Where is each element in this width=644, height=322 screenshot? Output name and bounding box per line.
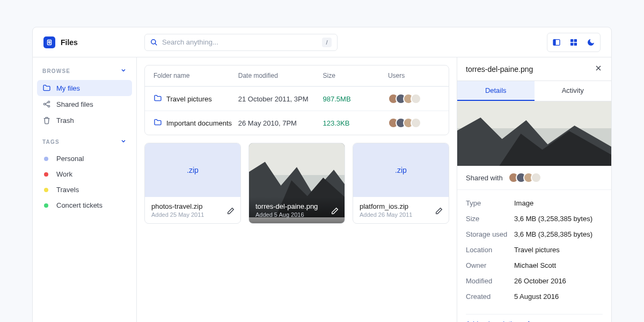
folder-users <box>388 93 440 104</box>
tag-item-work[interactable]: Work <box>37 166 132 182</box>
meta-value: 3,6 MB (3,258,385 bytes) <box>514 215 592 223</box>
search-bar[interactable]: / <box>144 34 338 51</box>
details-filename: torres-del-paine.png <box>466 65 533 74</box>
col-date-modified: Date modified <box>238 72 323 79</box>
browse-section-header[interactable]: BROWSE <box>37 65 132 77</box>
file-title: photos-travel.zip <box>151 202 234 210</box>
chevron-down-icon <box>120 138 127 145</box>
sidebar-item-label: My files <box>56 84 80 92</box>
grid-view-button[interactable] <box>567 35 581 49</box>
col-folder-name: Folder name <box>153 72 238 79</box>
meta-label: Owner <box>466 261 514 269</box>
svg-rect-4 <box>553 39 556 45</box>
table-row[interactable]: Important documents 26 May 2010, 7PM 123… <box>145 111 449 135</box>
details-tabs: Details Activity <box>457 80 611 101</box>
tag-dot <box>44 188 48 192</box>
meta-label: Size <box>466 215 514 223</box>
sidebar-item-shared-files[interactable]: Shared files <box>37 96 132 112</box>
sidebar-toggle-button[interactable] <box>550 35 564 49</box>
file-ext: .zip <box>395 166 407 174</box>
app-title: Files <box>61 38 78 47</box>
dark-mode-button[interactable] <box>584 35 598 49</box>
edit-icon[interactable] <box>226 207 235 217</box>
meta-label: Type <box>466 199 514 207</box>
tag-dot <box>44 203 48 208</box>
meta-value: 5 August 2016 <box>514 292 559 301</box>
folder-name: Important documents <box>166 119 232 127</box>
sidebar-item-label: Shared files <box>56 100 93 108</box>
file-card[interactable]: .zip photos-travel.zip Added 25 May 2011 <box>144 143 241 224</box>
meta-label: Location <box>466 246 514 254</box>
folder-date: 21 October 2011, 3PM <box>238 95 323 103</box>
sidebar-item-trash[interactable]: Trash <box>37 112 132 128</box>
sidebar-item-label: Trash <box>56 116 74 125</box>
meta-label: Storage used <box>466 230 514 238</box>
search-input[interactable] <box>162 38 318 46</box>
browse-label: BROWSE <box>42 68 70 74</box>
table-header: Folder name Date modified Size Users <box>145 65 449 86</box>
tag-dot <box>44 172 48 177</box>
meta-value: Image <box>514 199 533 207</box>
svg-rect-5 <box>570 39 573 42</box>
table-row[interactable]: Travel pictures 21 October 2011, 3PM 987… <box>145 86 449 111</box>
file-subtitle: Added 5 Aug 2016 <box>255 211 338 218</box>
shared-with-label: Shared with <box>466 174 503 182</box>
app-logo: Files <box>43 36 144 48</box>
tag-label: Personal <box>56 155 84 163</box>
tag-item-travels[interactable]: Travels <box>37 182 132 197</box>
meta-label: Created <box>466 292 514 301</box>
edit-icon[interactable] <box>331 207 339 217</box>
header: Files / <box>33 27 611 57</box>
tag-label: Concert tickets <box>56 201 103 209</box>
edit-icon[interactable] <box>435 207 443 217</box>
meta-value: 3,6 MB (3,258,385 bytes) <box>514 230 592 238</box>
file-ext: .zip <box>187 166 199 174</box>
sidebar: BROWSE My files Shared files <box>33 57 137 322</box>
tag-label: Work <box>56 170 72 178</box>
file-subtitle: Added 26 May 2011 <box>360 211 442 218</box>
tag-item-concert-tickets[interactable]: Concert tickets <box>37 197 132 213</box>
search-shortcut: / <box>322 38 332 47</box>
file-card[interactable]: .zip platform_ios.zip Added 26 May 2011 <box>353 143 449 224</box>
folder-size: 123.3KB <box>323 119 388 127</box>
tag-item-personal[interactable]: Personal <box>37 151 132 166</box>
header-actions <box>547 33 601 52</box>
details-panel: torres-del-paine.png Details Activity Sh… <box>457 57 611 322</box>
folder-name: Travel pictures <box>166 95 212 103</box>
folder-size: 987.5MB <box>323 95 388 103</box>
file-metadata: TypeImage Size3,6 MB (3,258,385 bytes) S… <box>457 190 611 310</box>
meta-value: Travel pictures <box>514 246 560 254</box>
tab-details[interactable]: Details <box>457 81 535 101</box>
folder-date: 26 May 2010, 7PM <box>238 119 323 127</box>
file-preview: .zip <box>145 143 240 197</box>
details-preview <box>457 101 611 166</box>
folder-icon <box>153 118 162 128</box>
file-title: torres-del-paine.png <box>255 202 338 210</box>
meta-value: Michael Scott <box>514 261 556 269</box>
svg-point-1 <box>49 41 50 43</box>
svg-rect-0 <box>48 40 52 45</box>
svg-rect-6 <box>574 39 577 42</box>
tags-section-header[interactable]: TAGS <box>37 136 132 148</box>
chevron-down-icon <box>120 67 127 75</box>
add-description-label: Add a description <box>466 320 519 322</box>
main-content: Folder name Date modified Size Users Tra… <box>137 57 457 322</box>
tag-dot <box>44 157 48 161</box>
file-card[interactable]: torres-del-paine.png Added 5 Aug 2016 <box>248 143 345 224</box>
file-preview: .zip <box>353 143 449 197</box>
folder-users <box>388 118 440 128</box>
shared-avatars <box>508 172 541 183</box>
edit-icon <box>524 320 531 323</box>
col-size: Size <box>323 72 388 79</box>
file-title: platform_ios.zip <box>360 202 442 210</box>
file-cards: .zip photos-travel.zip Added 25 May 2011 <box>144 143 449 224</box>
close-button[interactable] <box>594 64 603 74</box>
tab-activity[interactable]: Activity <box>535 81 612 101</box>
svg-point-2 <box>151 39 156 43</box>
search-icon <box>150 39 158 46</box>
shared-with-row: Shared with <box>457 166 611 190</box>
sidebar-item-my-files[interactable]: My files <box>37 80 132 96</box>
add-description-button[interactable]: Add a description <box>466 314 603 322</box>
folder-icon <box>42 84 51 92</box>
svg-rect-8 <box>574 42 577 45</box>
